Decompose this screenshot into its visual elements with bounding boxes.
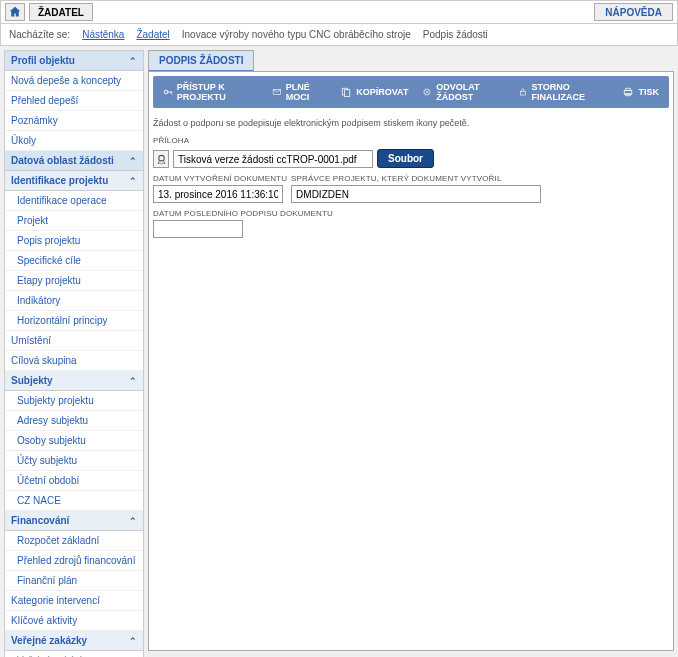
svg-rect-7 — [626, 88, 631, 90]
spravce-label: SPRÁVCE PROJEKTU, KTERÝ DOKUMENT VYTVOŘI… — [291, 174, 541, 183]
sidebar-item-subjekty-projektu[interactable]: Subjekty projektu — [5, 391, 143, 411]
chevron-up-icon: ⌃ — [129, 516, 137, 526]
sidebar-item-cznace[interactable]: CZ NACE — [5, 491, 143, 511]
sidebar-item-popis[interactable]: Popis projektu — [5, 231, 143, 251]
sidebar-item-cilova[interactable]: Cílová skupina — [5, 351, 143, 371]
chevron-up-icon: ⌃ — [129, 56, 137, 66]
sidebar-item-identifikace-operace[interactable]: Identifikace operace — [5, 191, 143, 211]
sidebar-datova-title: Datová oblast žádosti — [11, 155, 114, 166]
sidebar-profil-header[interactable]: Profil objektu ⌃ — [5, 51, 143, 71]
sidebar: Profil objektu ⌃ Nová depeše a koncepty … — [4, 50, 144, 657]
breadcrumb-current: Podpis žádosti — [423, 29, 488, 40]
sidebar-verejne-title: Veřejné zakázky — [11, 635, 87, 646]
datum-vytvoreni-label: DATUM VYTVOŘENÍ DOKUMENTU — [153, 174, 287, 183]
sidebar-ident-title: Identifikace projektu — [11, 175, 108, 186]
datum-vytvoreni-input — [153, 185, 283, 203]
sidebar-item-nova-depese[interactable]: Nová depeše a koncepty — [5, 71, 143, 91]
sidebar-item-etapy[interactable]: Etapy projektu — [5, 271, 143, 291]
sidebar-item-financni-plan[interactable]: Finanční plán — [5, 571, 143, 591]
sidebar-item-projekt[interactable]: Projekt — [5, 211, 143, 231]
sidebar-item-ukoly[interactable]: Úkoly — [5, 131, 143, 151]
sidebar-item-vz[interactable]: Veřejné zakázky — [5, 651, 143, 657]
toolbar-kopirovat-button[interactable]: KOPÍROVAT — [334, 80, 414, 104]
breadcrumb-zadatel[interactable]: Žadatel — [136, 29, 169, 40]
sidebar-item-kategorie[interactable]: Kategorie intervencí — [5, 591, 143, 611]
svg-rect-3 — [345, 90, 350, 97]
home-button[interactable] — [5, 3, 25, 21]
priloha-label: PŘÍLOHA — [153, 136, 669, 145]
info-text: Žádost o podporu se podepisuje elektroni… — [153, 118, 669, 128]
chevron-up-icon: ⌃ — [129, 376, 137, 386]
toolbar-storno-button[interactable]: STORNO FINALIZACE — [512, 80, 615, 104]
sidebar-ident-header[interactable]: Identifikace projektu ⌃ — [5, 171, 143, 191]
sidebar-item-ucty[interactable]: Účty subjektu — [5, 451, 143, 471]
sidebar-item-rozpocet[interactable]: Rozpočet základní — [5, 531, 143, 551]
sidebar-item-ucetni-obdobi[interactable]: Účetní období — [5, 471, 143, 491]
sidebar-verejne-header[interactable]: Veřejné zakázky ⌃ — [5, 631, 143, 651]
sidebar-item-prehled-zdroju[interactable]: Přehled zdrojů financování — [5, 551, 143, 571]
tab-podpis-zadosti[interactable]: PODPIS ŽÁDOSTI — [148, 50, 254, 71]
sidebar-subjekty-title: Subjekty — [11, 375, 53, 386]
toolbar-odvolat-label: ODVOLAT ŽÁDOST — [436, 82, 504, 102]
toolbar-tisk-button[interactable]: TISK — [616, 80, 665, 104]
chevron-up-icon: ⌃ — [129, 156, 137, 166]
toolbar-plne-moci-button[interactable]: PLNÉ MOCI — [266, 80, 332, 104]
cancel-icon — [422, 86, 432, 98]
soubor-button[interactable]: Soubor — [377, 149, 434, 168]
sidebar-item-poznamky[interactable]: Poznámky — [5, 111, 143, 131]
breadcrumb-nastenka[interactable]: Nástěnka — [82, 29, 124, 40]
copy-icon — [340, 86, 352, 98]
toolbar-kopirovat-label: KOPÍROVAT — [356, 87, 408, 97]
home-icon — [9, 6, 21, 18]
toolbar-storno-label: STORNO FINALIZACE — [532, 82, 609, 102]
sidebar-item-prehled-depesi[interactable]: Přehled depeší — [5, 91, 143, 111]
print-icon — [622, 86, 634, 98]
sidebar-profil-title: Profil objektu — [11, 55, 75, 66]
chevron-up-icon: ⌃ — [129, 636, 137, 646]
breadcrumb-prefix: Nacházíte se: — [9, 29, 70, 40]
sidebar-financovani-header[interactable]: Financování ⌃ — [5, 511, 143, 531]
sidebar-financovani-title: Financování — [11, 515, 69, 526]
toolbar-odvolat-button[interactable]: ODVOLAT ŽÁDOST — [416, 80, 509, 104]
toolbar: PŘÍSTUP K PROJEKTU PLNÉ MOCI KOPÍROVAT O… — [153, 76, 669, 108]
sidebar-datova-header[interactable]: Datová oblast žádosti ⌃ — [5, 151, 143, 171]
sidebar-item-adresy[interactable]: Adresy subjektu — [5, 411, 143, 431]
lock-icon — [518, 86, 528, 98]
seal-icon — [156, 154, 167, 165]
toolbar-plne-label: PLNÉ MOCI — [286, 82, 327, 102]
help-button[interactable]: NÁPOVĚDA — [594, 3, 673, 21]
sidebar-item-indikatory[interactable]: Indikátory — [5, 291, 143, 311]
sidebar-subjekty-header[interactable]: Subjekty ⌃ — [5, 371, 143, 391]
toolbar-pristup-button[interactable]: PŘÍSTUP K PROJEKTU — [157, 80, 264, 104]
zadatel-button[interactable]: ŽADATEL — [29, 3, 93, 21]
key-icon — [163, 86, 173, 98]
spravce-input — [291, 185, 541, 203]
sidebar-item-osoby[interactable]: Osoby subjektu — [5, 431, 143, 451]
sidebar-item-specificke-cile[interactable]: Specifické cíle — [5, 251, 143, 271]
breadcrumb: Nacházíte se: Nástěnka Žadatel Inovace v… — [0, 24, 678, 46]
chevron-up-icon: ⌃ — [129, 176, 137, 186]
svg-rect-5 — [520, 91, 525, 95]
toolbar-tisk-label: TISK — [638, 87, 659, 97]
sidebar-item-umisteni[interactable]: Umístění — [5, 331, 143, 351]
priloha-input[interactable] — [173, 150, 373, 168]
breadcrumb-project: Inovace výroby nového typu CNC obráběcíh… — [182, 29, 411, 40]
datum-podpisu-label: DATUM POSLEDNÍHO PODPISU DOKUMENTU — [153, 209, 333, 218]
sidebar-item-klicove[interactable]: Klíčové aktivity — [5, 611, 143, 631]
envelope-icon — [272, 86, 282, 98]
toolbar-pristup-label: PŘÍSTUP K PROJEKTU — [177, 82, 258, 102]
svg-point-9 — [158, 155, 164, 161]
sidebar-item-horizontalni[interactable]: Horizontální principy — [5, 311, 143, 331]
datum-podpisu-input — [153, 220, 243, 238]
seal-icon-button[interactable] — [153, 150, 169, 168]
